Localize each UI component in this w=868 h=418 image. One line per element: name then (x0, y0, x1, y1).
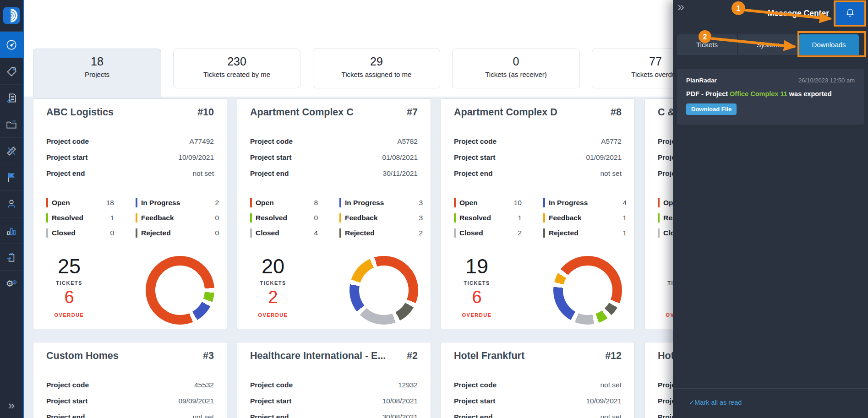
panel-collapse-button[interactable]: » (677, 0, 684, 14)
project-end-row: Project end 30/08/2021 (250, 413, 418, 418)
tickets-label: TICKETS (250, 280, 296, 286)
double-chevron-right-icon: » (677, 0, 684, 14)
tickets-label: TICKETS (454, 280, 500, 286)
project-name: Apartment Complex D (454, 107, 557, 118)
sidebar-item-dashboard[interactable] (0, 32, 23, 58)
message-center-tabs: Tickets System Downloads (677, 34, 864, 55)
project-name: Custom Homes (46, 350, 119, 362)
project-end-value: 30/11/2021 (383, 169, 418, 178)
mark-all-as-read-link[interactable]: ✓Mark all as read (689, 399, 742, 406)
tickets-count: 20 (250, 255, 296, 278)
sidebar-expand-button[interactable]: » (0, 397, 23, 413)
sidebar-item-reports[interactable] (0, 164, 23, 191)
stat-card-projects[interactable]: 18 Projects (33, 49, 161, 98)
project-code-row: Project code 12932 (250, 381, 418, 397)
status-rejected: Rejected 2 (339, 228, 423, 238)
project-start-label: Project start (46, 397, 87, 405)
project-code-row: Project code A77492 (46, 137, 214, 153)
project-end-label: Project end (454, 169, 492, 178)
status-resolved-bar (46, 213, 48, 223)
project-number: #8 (611, 107, 622, 118)
project-code-row: Project code A5782 (250, 137, 418, 153)
sidebar: ⚙⚙ » (0, 0, 24, 418)
tab-tickets[interactable]: Tickets (677, 34, 737, 55)
project-start-label: Project start (454, 397, 495, 405)
project-end-value: not set (192, 169, 214, 178)
status-open-bar (46, 198, 48, 207)
project-card[interactable]: Apartment Complex D #8 Project code A577… (441, 98, 635, 329)
project-start-row: Project start 01/08/2021 (250, 153, 418, 169)
stat-card-as-receiver[interactable]: 0 Tickets (as receiver) (452, 49, 580, 88)
project-code-label: Project code (46, 137, 89, 146)
project-end-row: Project end not set (454, 169, 622, 185)
notification-item: PlanRadar 26/10/2023 12:50 am PDF - Proj… (677, 69, 864, 125)
project-code-label: Project code (454, 137, 497, 146)
message-center-title: Message Center (768, 9, 829, 18)
stat-card-assigned-to-me[interactable]: 29 Tickets assigned to me (313, 49, 440, 88)
notification-sender: PlanRadar (686, 77, 717, 84)
overdue-label: OVERDUE (250, 312, 296, 318)
planradar-logo[interactable] (0, 0, 23, 32)
project-end-value: not set (600, 169, 622, 178)
project-card[interactable]: Hotel Frankfurt #12 Project code not set… (441, 342, 635, 418)
sidebar-item-tickets[interactable] (0, 58, 23, 85)
status-feedback-bar (339, 213, 341, 223)
sidebar-item-measure[interactable] (0, 138, 23, 164)
overdue-count: 2 (250, 288, 296, 307)
status-open: Open 8 (250, 198, 318, 208)
sidebar-nav: ⚙⚙ (0, 32, 23, 297)
project-end-value: not set (192, 413, 214, 418)
sidebar-item-projects[interactable] (0, 111, 23, 138)
project-name: Healthcare International - E... (250, 350, 386, 362)
sidebar-item-contacts[interactable] (0, 191, 23, 217)
sidebar-item-statistics[interactable] (0, 217, 23, 244)
project-start-value: 01/08/2021 (382, 153, 418, 162)
tab-system[interactable]: System (738, 34, 798, 55)
donut-hole (563, 266, 612, 315)
status-open-bar (658, 198, 660, 207)
project-card[interactable]: Apartment Complex C #7 Project code A578… (237, 98, 431, 329)
project-card[interactable]: Custom Homes #3 Project code 45532 Proje… (33, 342, 227, 418)
tickets-label: TICKETS (46, 280, 92, 286)
status-in-progress: In Progress 3 (339, 198, 423, 208)
download-file-button[interactable]: Download File (686, 103, 737, 115)
tag-icon (5, 65, 17, 77)
stat-card-created-by-me[interactable]: 230 Tickets created by me (173, 49, 300, 88)
stat-label: Projects (33, 71, 161, 78)
project-card[interactable]: Healthcare International - E... #2 Proje… (237, 342, 431, 418)
project-code-value: 12932 (398, 381, 418, 389)
clipboard-arrow-icon (5, 251, 17, 263)
status-rejected-bar (136, 228, 137, 238)
project-start-value: 10/08/2021 (382, 397, 418, 405)
sidebar-item-forms[interactable] (0, 244, 23, 271)
project-code-label: Project code (250, 137, 293, 146)
project-end-row: Project end not set (454, 413, 622, 418)
project-start-row: Project start 10/09/2021 (454, 397, 622, 413)
project-code-label: Project code (454, 381, 497, 389)
project-number: #12 (605, 350, 622, 362)
tab-downloads[interactable]: Downloads (799, 34, 859, 55)
notification-bell-button[interactable] (845, 7, 856, 20)
project-start-label: Project start (454, 153, 495, 162)
project-start-row: Project start 10/09/2021 (46, 153, 214, 169)
status-summary: Open 10 In Progress 4 Resolved 1 Feedbac… (454, 198, 622, 238)
tickets-count: 25 (46, 255, 92, 278)
project-card[interactable]: ABC Logistics #10 Project code A77492 Pr… (33, 98, 227, 329)
project-code-value: A5782 (397, 137, 418, 146)
project-code-value: A77492 (190, 137, 214, 146)
ruler-pencil-icon (5, 145, 17, 157)
project-name: Hotel Frankfurt (454, 350, 524, 362)
status-donut-chart (349, 256, 418, 325)
project-end-row: Project end not set (46, 413, 214, 418)
notification-message: PDF - Project Office Complex 11 was expo… (686, 90, 855, 98)
status-in-progress-bar (339, 198, 341, 207)
status-open-bar (250, 198, 252, 207)
status-resolved: Resolved 1 (454, 213, 522, 223)
sidebar-item-plans[interactable] (0, 85, 23, 111)
sidebar-item-settings[interactable]: ⚙⚙ (0, 271, 23, 297)
panel-footer: ✓Mark all as read (673, 388, 868, 418)
status-in-progress-bar (136, 198, 137, 207)
status-closed-bar (658, 228, 660, 238)
message-center-panel: » Message Center Tickets System Download… (673, 0, 868, 418)
status-feedback: Feedback 1 (543, 213, 627, 223)
